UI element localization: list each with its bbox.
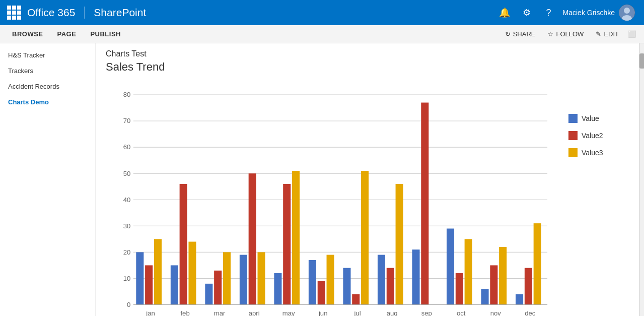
svg-rect-34 (249, 173, 256, 304)
waffle-icon[interactable] (5, 4, 23, 22)
subnav-expand[interactable]: ⬜ (625, 25, 639, 43)
subnav-follow[interactable]: ☆ FOLLOW (541, 25, 590, 43)
svg-rect-47 (361, 171, 369, 305)
avatar (619, 5, 635, 21)
svg-rect-50 (387, 268, 394, 305)
sidebar-item-hs-tracker[interactable]: H&S Tracker (0, 47, 95, 63)
sidebar-item-accident-records[interactable]: Accident Records (0, 79, 95, 94)
svg-rect-53 (412, 249, 419, 304)
legend-value3: Value3 (568, 148, 629, 157)
svg-rect-23 (154, 239, 162, 304)
svg-rect-31 (223, 252, 231, 304)
svg-rect-21 (136, 252, 144, 304)
svg-rect-33 (240, 255, 247, 305)
svg-text:apri: apri (249, 309, 260, 316)
svg-rect-51 (396, 184, 403, 305)
sidebar-item-trackers[interactable]: Trackers (0, 63, 95, 79)
user-name: Maciek Grischke (563, 9, 615, 17)
svg-text:oct: oct (457, 309, 466, 316)
svg-text:dec: dec (525, 309, 536, 316)
svg-rect-38 (283, 184, 291, 305)
bar-chart-svg: 01020304050607080janfebmaraprimayjunjula… (106, 84, 558, 316)
svg-text:40: 40 (123, 196, 131, 204)
svg-rect-30 (214, 271, 222, 305)
svg-text:80: 80 (123, 91, 131, 98)
subnav-edit[interactable]: ✎ EDIT (590, 25, 625, 43)
chart-legend: Value Value2 Value3 (568, 84, 629, 157)
subnav-page[interactable]: PAGE (50, 25, 84, 43)
bell-icon[interactable]: 🔔 (494, 3, 515, 23)
subnav-share[interactable]: ↻ SHARE (499, 25, 542, 43)
svg-rect-22 (145, 265, 153, 304)
svg-rect-37 (274, 273, 281, 304)
content-area: Charts Test Sales Trend 0102030405060708… (96, 43, 639, 316)
subnav-browse[interactable]: BROWSE (5, 25, 50, 43)
site-name[interactable]: SharePoint (94, 7, 494, 19)
legend-swatch-value2 (568, 131, 578, 140)
sidebar: H&S Tracker Trackers Accident Records Ch… (0, 43, 96, 316)
svg-rect-46 (352, 294, 360, 305)
svg-text:50: 50 (123, 170, 131, 177)
svg-text:10: 10 (123, 275, 131, 282)
svg-text:70: 70 (123, 117, 131, 124)
scrollbar-thumb[interactable] (639, 53, 644, 69)
svg-text:jan: jan (146, 309, 155, 316)
svg-text:aug: aug (387, 309, 398, 316)
top-bar: Office 365 SharePoint 🔔 ⚙ ? Maciek Grisc… (0, 0, 644, 25)
svg-rect-54 (421, 103, 428, 305)
legend-label-value3: Value3 (582, 149, 603, 157)
svg-text:jun: jun (318, 309, 328, 316)
svg-rect-62 (490, 265, 497, 304)
share-label: SHARE (513, 30, 536, 38)
svg-rect-67 (534, 223, 541, 304)
main-layout: H&S Tracker Trackers Accident Records Ch… (0, 43, 644, 316)
waffle-grid (7, 6, 21, 20)
svg-text:20: 20 (123, 248, 131, 256)
legend-swatch-value (568, 114, 578, 123)
sidebar-item-charts-demo[interactable]: Charts Demo (0, 94, 95, 110)
svg-rect-29 (205, 284, 212, 305)
help-icon[interactable]: ? (539, 3, 559, 23)
svg-text:60: 60 (123, 143, 131, 151)
sub-nav: BROWSE PAGE PUBLISH ↻ SHARE ☆ FOLLOW ✎ E… (0, 25, 644, 43)
gear-icon[interactable]: ⚙ (517, 3, 537, 23)
follow-label: FOLLOW (556, 30, 584, 38)
legend-value: Value (568, 114, 629, 123)
svg-rect-35 (257, 252, 265, 304)
svg-text:mar: mar (214, 309, 226, 316)
follow-icon: ☆ (547, 30, 553, 38)
svg-rect-58 (456, 273, 463, 304)
svg-rect-26 (180, 184, 187, 305)
subnav-right: ↻ SHARE ☆ FOLLOW ✎ EDIT ⬜ (499, 25, 639, 43)
svg-rect-59 (465, 239, 472, 304)
svg-rect-49 (378, 255, 385, 305)
svg-text:feb: feb (180, 309, 189, 316)
legend-label-value: Value (582, 114, 599, 122)
page-title: Charts Test (106, 49, 629, 58)
svg-rect-66 (525, 268, 532, 305)
chart-container: 01020304050607080janfebmaraprimayjunjula… (106, 84, 629, 316)
legend-label-value2: Value2 (582, 132, 603, 140)
subnav-publish[interactable]: PUBLISH (83, 25, 128, 43)
svg-rect-65 (516, 294, 523, 305)
svg-rect-41 (309, 260, 316, 305)
svg-rect-61 (481, 289, 489, 304)
legend-value2: Value2 (568, 131, 629, 140)
svg-rect-57 (447, 229, 454, 305)
scrollbar[interactable] (639, 43, 644, 316)
svg-text:30: 30 (123, 222, 131, 230)
user-area[interactable]: Maciek Grischke (559, 5, 639, 21)
svg-text:sep: sep (421, 309, 432, 316)
svg-rect-42 (318, 281, 325, 305)
chart-title: Sales Trend (106, 60, 629, 74)
svg-rect-43 (327, 255, 334, 305)
svg-text:nov: nov (490, 309, 502, 316)
svg-rect-63 (499, 247, 507, 305)
svg-rect-39 (292, 171, 300, 305)
share-icon: ↻ (505, 30, 511, 38)
edit-label: EDIT (604, 30, 619, 38)
svg-rect-45 (343, 268, 350, 305)
legend-swatch-value3 (568, 148, 578, 157)
svg-text:0: 0 (127, 301, 130, 308)
top-bar-icons: 🔔 ⚙ ? (494, 3, 559, 23)
